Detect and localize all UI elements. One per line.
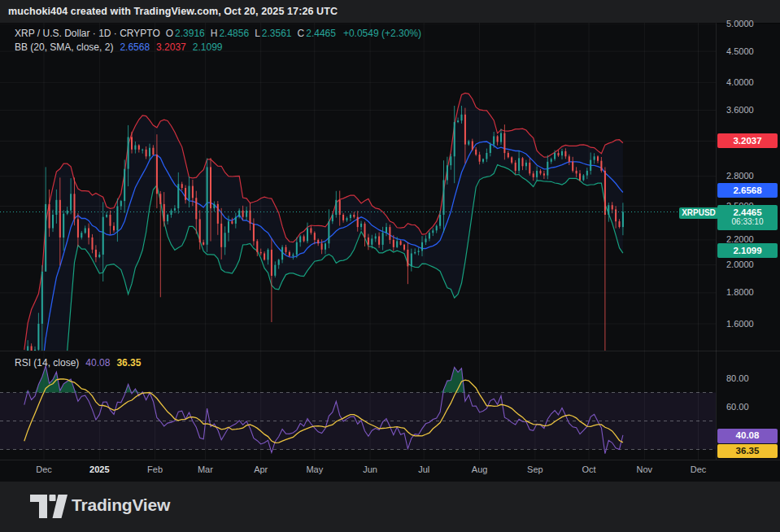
tradingview-chart-page: muchoki404 created with TradingView.com,… bbox=[0, 0, 780, 532]
ohlc-letter: L bbox=[255, 28, 260, 39]
badge-bb-basis: 2.6568 bbox=[717, 183, 778, 198]
rsi-label: RSI (14, close) bbox=[15, 357, 79, 368]
bb-lower-value: 2.1099 bbox=[193, 41, 223, 53]
attribution-bar: muchoki404 created with TradingView.com,… bbox=[0, 0, 780, 24]
badge-last-price: 2.4465 06:33:10 bbox=[717, 205, 778, 230]
bb-legend[interactable]: BB (20, SMA, close, 2)2.65683.20372.1099 bbox=[15, 41, 223, 53]
chart-canvas[interactable] bbox=[0, 23, 780, 482]
bar-countdown: 06:33:10 bbox=[717, 216, 778, 227]
ohlc-value: 2.3561 bbox=[262, 28, 292, 39]
ohlc-letter: C bbox=[298, 28, 305, 39]
ohlc-value: 2.4465 bbox=[306, 28, 336, 39]
brand-text: TradingView bbox=[72, 495, 170, 515]
badge-rsi-value: 40.08 bbox=[717, 429, 778, 443]
badge-bb-lower: 2.1099 bbox=[717, 243, 778, 258]
bb-upper-value: 3.2037 bbox=[156, 41, 186, 53]
bb-label: BB (20, SMA, close, 2) bbox=[15, 41, 113, 53]
ohlc-letter: O bbox=[166, 28, 173, 39]
bb-basis-value: 2.6568 bbox=[120, 41, 150, 53]
symbol-price-tag: XRPUSD bbox=[679, 207, 718, 219]
ohlc-value: 2.3916 bbox=[175, 28, 205, 39]
tradingview-logo-icon bbox=[30, 495, 68, 518]
rsi-ma-value: 36.35 bbox=[116, 357, 141, 368]
change-text: +0.0549 (+2.30%) bbox=[343, 28, 421, 39]
badge-bb-upper: 3.2037 bbox=[717, 133, 778, 148]
ohlc-group: O2.3916H2.4856L2.3561C2.4465 bbox=[160, 28, 336, 39]
badge-rsi-ma: 36.35 bbox=[717, 444, 778, 459]
attribution-text: muchoki404 created with TradingView.com,… bbox=[8, 6, 338, 17]
footer: TradingView bbox=[0, 482, 780, 532]
ohlc-value: 2.4856 bbox=[219, 28, 249, 39]
rsi-legend[interactable]: RSI (14, close)40.0836.35 bbox=[15, 357, 141, 368]
ohlc-letter: H bbox=[211, 28, 218, 39]
rsi-value: 40.08 bbox=[85, 357, 110, 368]
symbol-legend[interactable]: XRP / U.S. Dollar · 1D · CRYPTOO2.3916H2… bbox=[15, 28, 421, 39]
symbol-title: XRP / U.S. Dollar · 1D · CRYPTO bbox=[15, 28, 160, 39]
